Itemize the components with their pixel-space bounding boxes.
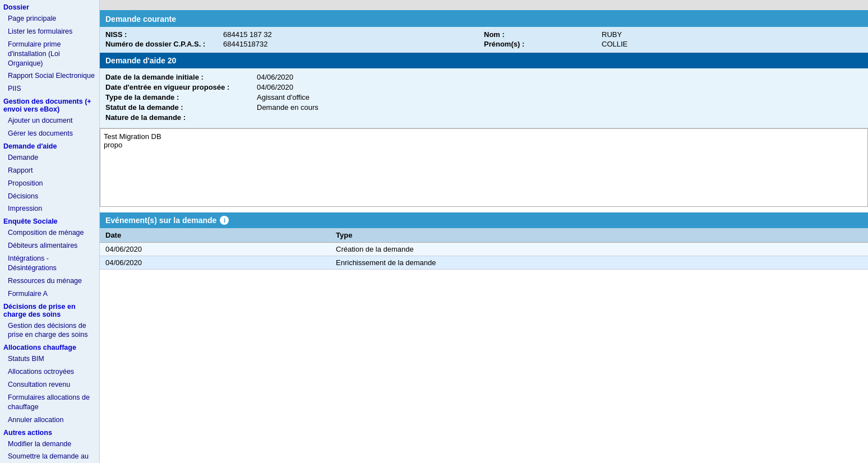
sidebar-section-dossier: Dossier — [0, 1, 99, 12]
sidebar-item-formulaire-prime[interactable]: Formulaire prime d'installation (Loi Org… — [0, 38, 99, 70]
dossier-value: 68441518732 — [223, 40, 268, 48]
type-demande-label: Type de la demande : — [105, 93, 257, 101]
sidebar-item-proposition[interactable]: Proposition — [0, 177, 99, 190]
statut-demande-row: Statut de la demande : Demande en cours — [105, 103, 862, 112]
sidebar-item-modifier-demande[interactable]: Modifier la demande — [0, 438, 99, 451]
events-title: Evénement(s) sur la demande — [105, 216, 216, 225]
type-demande-row: Type de la demande : Agissant d'office — [105, 93, 862, 101]
event-type-1: Enrichissement de la demande — [330, 256, 868, 270]
sidebar-item-page-principale[interactable]: Page principale — [0, 12, 99, 25]
date-initiale-label: Date de la demande initiale : — [105, 73, 257, 81]
details-section: Date de la demande initiale : 04/06/2020… — [100, 68, 868, 128]
sidebar-section-gestion-docs: Gestion des documents (+ envoi vers eBox… — [0, 95, 99, 114]
table-row: 04/06/2020 Enrichissement de la demande — [100, 256, 868, 270]
nom-value: RUBY — [602, 30, 622, 39]
nature-text-area: Test Migration DBpropo — [100, 128, 868, 207]
sidebar-item-consultation-revenu[interactable]: Consultation revenu — [0, 378, 99, 391]
dossier-label: Numéro de dossier C.P.A.S. : — [105, 40, 218, 48]
sidebar-item-formulaires-allocations[interactable]: Formulaires allocations de chauffage — [0, 391, 99, 414]
events-header: Evénement(s) sur la demande i — [100, 212, 868, 228]
sidebar-item-gestion-decisions[interactable]: Gestion des décisions de prise en charge… — [0, 320, 99, 342]
sidebar-item-gerer-docs[interactable]: Gérer les documents — [0, 127, 99, 140]
nature-demande-row: Nature de la demande : — [105, 113, 862, 122]
dossier-row: Numéro de dossier C.P.A.S. : 68441518732 — [105, 40, 484, 48]
events-table: Date Type 04/06/2020 Création de la dema… — [100, 228, 868, 270]
prenom-label: Prénom(s) : — [484, 40, 596, 48]
nature-demande-label: Nature de la demande : — [105, 113, 257, 122]
sidebar-item-debiteurs[interactable]: Débiteurs alimentaires — [0, 239, 99, 252]
sidebar-section-enquete: Enquête Sociale — [0, 215, 99, 226]
date-vigueur-label: Date d'entrée en vigueur proposée : — [105, 83, 257, 91]
date-initiale-value: 04/06/2020 — [257, 73, 293, 81]
sidebar-item-allocations-octroyees[interactable]: Allocations octroyées — [0, 365, 99, 378]
sidebar-item-impression[interactable]: Impression — [0, 202, 99, 215]
sidebar-item-decisions[interactable]: Décisions — [0, 190, 99, 203]
sidebar-item-lister-formulaires[interactable]: Lister les formulaires — [0, 25, 99, 38]
sidebar-item-piis[interactable]: PIIS — [0, 82, 99, 95]
niss-label: NISS : — [105, 30, 218, 39]
sidebar-item-ajouter-doc[interactable]: Ajouter un document — [0, 114, 99, 127]
date-vigueur-row: Date d'entrée en vigueur proposée : 04/0… — [105, 83, 862, 91]
demande-aide-header: Demande d'aide 20 — [100, 53, 868, 68]
events-col-date: Date — [100, 228, 330, 243]
date-initiale-row: Date de la demande initiale : 04/06/2020 — [105, 73, 862, 81]
top-tab-bar — [100, 0, 868, 11]
main-content: Demande courante NISS : 684415 187 32 Nu… — [100, 0, 868, 463]
nature-text-content: Test Migration DBpropo — [104, 132, 161, 149]
sidebar-section-decisions-soins: Décisions de prise en charge des soins — [0, 300, 99, 320]
nom-row: Nom : RUBY — [484, 30, 862, 39]
event-type-0: Création de la demande — [330, 243, 868, 256]
events-section: Evénement(s) sur la demande i Date Type … — [100, 212, 868, 270]
sidebar-section-allocations: Allocations chauffage — [0, 341, 99, 353]
sidebar: Dossier Page principale Lister les formu… — [0, 0, 100, 463]
demande-courante-header: Demande courante — [100, 11, 868, 27]
sidebar-item-integrations[interactable]: Intégrations - Désintégrations — [0, 252, 99, 275]
statut-demande-label: Statut de la demande : — [105, 103, 257, 112]
sidebar-item-rapport-social[interactable]: Rapport Social Electronique — [0, 70, 99, 82]
type-demande-value: Agissant d'office — [257, 93, 310, 101]
app-layout: Dossier Page principale Lister les formu… — [0, 0, 868, 463]
event-date-0: 04/06/2020 — [100, 243, 330, 256]
niss-row: NISS : 684415 187 32 — [105, 30, 484, 39]
sidebar-item-rapport[interactable]: Rapport — [0, 164, 99, 177]
sidebar-section-autres-actions: Autres actions — [0, 427, 99, 438]
niss-value: 684415 187 32 — [223, 30, 272, 39]
table-row: 04/06/2020 Création de la demande — [100, 243, 868, 256]
sidebar-section-demande-aide: Demande d'aide — [0, 140, 99, 151]
prenom-row: Prénom(s) : COLLIE — [484, 40, 862, 48]
prenom-value: COLLIE — [602, 40, 627, 48]
info-bar-right: Nom : RUBY Prénom(s) : COLLIE — [484, 30, 862, 49]
info-bar: NISS : 684415 187 32 Numéro de dossier C… — [100, 27, 868, 53]
sidebar-item-ressources[interactable]: Ressources du ménage — [0, 275, 99, 288]
date-vigueur-value: 04/06/2020 — [257, 83, 293, 91]
sidebar-item-statuts-bim[interactable]: Statuts BIM — [0, 353, 99, 365]
nom-label: Nom : — [484, 30, 596, 39]
sidebar-item-formulaire-a[interactable]: Formulaire A — [0, 288, 99, 300]
info-bar-left: NISS : 684415 187 32 Numéro de dossier C… — [105, 30, 484, 49]
events-col-type: Type — [330, 228, 868, 243]
sidebar-item-composition-menage[interactable]: Composition de ménage — [0, 226, 99, 239]
statut-demande-value: Demande en cours — [257, 103, 318, 112]
events-table-body: 04/06/2020 Création de la demande 04/06/… — [100, 243, 868, 270]
sidebar-item-demande[interactable]: Demande — [0, 151, 99, 164]
event-date-1: 04/06/2020 — [100, 256, 330, 270]
events-table-header-row: Date Type — [100, 228, 868, 243]
sidebar-item-annuler-allocation[interactable]: Annuler allocation — [0, 414, 99, 427]
sidebar-item-soumettre-demande[interactable]: Soumettre la demande au conseil — [0, 450, 99, 463]
info-icon[interactable]: i — [220, 216, 229, 225]
